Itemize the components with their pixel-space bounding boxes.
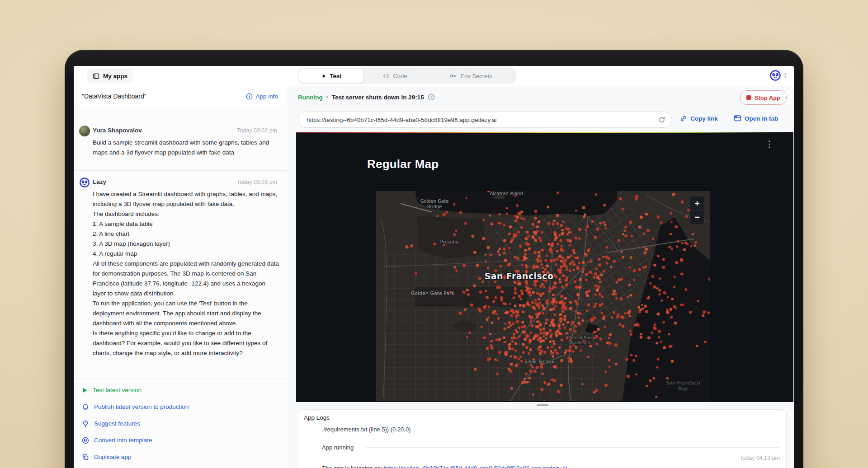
overflow-menu-button[interactable]: ⋮ (764, 138, 775, 150)
chat-sidebar: "DataVista Dashboard" App info Yura Shap… (74, 86, 288, 468)
top-bar: My apps Test Code Env Secrets (74, 66, 794, 86)
account-menu[interactable] (769, 70, 788, 81)
map-zoom-control: + − (690, 197, 704, 224)
sidebar-layout-icon (93, 73, 99, 79)
info-icon (246, 93, 253, 100)
play-icon (321, 74, 326, 79)
message-body: Build a sample streamlit dashboard with … (93, 138, 279, 158)
action-label: Duplicate app (94, 454, 132, 460)
tab-code-label: Code (393, 73, 407, 80)
action-label: Convert into template (94, 437, 152, 444)
tab-code[interactable]: Code (363, 69, 427, 83)
message-body: I have created a Streamlit dashboard wit… (93, 189, 279, 358)
running-status: Running (298, 94, 323, 101)
map-label: Golden Gate Park (411, 290, 455, 296)
preview-section-title: Regular Map (367, 157, 439, 171)
message-timestamp: Today 03:02 pm (237, 127, 277, 134)
log-listening-prefix: The app is listening on: (322, 465, 384, 468)
my-apps-button[interactable]: My apps (87, 69, 133, 83)
stop-app-button[interactable]: Stop App (740, 90, 787, 105)
app-preview-frame: ⋮ Regular Map (296, 132, 793, 402)
lazy-sloth-avatar (769, 70, 781, 81)
log-line-listening: The app is listening on: https://testing… (322, 465, 567, 468)
url-row: https://testing--6b40b71c-f65d-44d9-aba0… (287, 108, 794, 131)
code-icon (383, 73, 389, 79)
app-info-label: App info (255, 93, 278, 100)
message-divider (74, 170, 287, 171)
regular-map[interactable]: Alcatraz IslandGolden GateBridgePresidio… (376, 191, 710, 401)
play-icon (82, 387, 88, 393)
app-window: My apps Test Code Env Secrets "DataVista… (74, 66, 794, 468)
app-url-link[interactable]: https://testing--6b40b71c-f65d-44d9-aba0… (384, 465, 567, 468)
svg-text:?: ? (430, 95, 432, 99)
zoom-in-button[interactable]: + (690, 197, 704, 211)
chat-message-user: Yura Shapovalov Today 03:02 pm Build a s… (74, 126, 287, 168)
laptop-frame: My apps Test Code Env Secrets "DataVista… (65, 50, 803, 468)
app-title-bar: "DataVista Dashboard" App info (74, 86, 287, 107)
stop-app-label: Stop App (755, 94, 780, 101)
message-timestamp: Today 03:03 pm (237, 179, 277, 185)
user-avatar (79, 126, 90, 136)
refresh-icon[interactable] (658, 116, 665, 123)
status-row: Running • Test server shuts down in 29:1… (287, 86, 794, 108)
chevron-up-down-icon (783, 72, 788, 79)
tab-env-secrets[interactable]: Env Secrets (427, 69, 515, 83)
open-in-tab-label: Open in tab (745, 115, 778, 122)
map-label: San Francisco (485, 271, 554, 281)
app-actions: Test latest version Publish latest versi… (74, 382, 287, 465)
app-info-button[interactable]: App info (246, 93, 278, 100)
shutdown-timer-text: Test server shuts down in 29:15 (332, 94, 424, 101)
tab-test[interactable]: Test (299, 69, 363, 83)
tab-test-label: Test (330, 73, 342, 80)
action-label: Publish latest version to production (94, 403, 189, 410)
log-line-app-running: App running (322, 444, 354, 451)
mode-tabs: Test Code Env Secrets (298, 68, 516, 84)
message-author: Yura Shapovalov (93, 127, 142, 134)
browser-tab-icon (734, 115, 741, 122)
open-in-tab-button[interactable]: Open in tab (734, 115, 778, 122)
map-label: Alcatraz Island (490, 191, 523, 196)
map-label: Port of SanFrancisco (568, 335, 592, 345)
message-author: Lazy (93, 178, 106, 185)
app-url-field[interactable]: https://testing--6b40b71c-f65d-44d9-aba0… (298, 112, 672, 128)
status-separator: • (326, 94, 328, 100)
lightbulb-icon (82, 420, 89, 427)
lazy-avatar (79, 177, 90, 188)
my-apps-label: My apps (103, 73, 127, 80)
convert-into-template-button[interactable]: Convert into template (74, 432, 287, 449)
app-title: "DataVista Dashboard" (82, 93, 146, 100)
app-logs-card: App Logs ./requirements.txt (line 5)) (0… (298, 409, 787, 468)
duplicate-app-button[interactable]: Duplicate app (74, 449, 287, 465)
sloth-icon (82, 437, 89, 444)
suggest-features-button[interactable]: Suggest features (74, 415, 287, 432)
copy-link-button[interactable]: Copy link (679, 115, 718, 122)
help-icon[interactable]: ? (428, 94, 435, 101)
test-latest-version-button[interactable]: Test latest version (74, 382, 287, 398)
test-panel: Running • Test server shuts down in 29:1… (287, 86, 794, 468)
action-label: Test latest version (93, 387, 142, 393)
bell-icon (82, 403, 89, 411)
actions-divider (74, 379, 287, 379)
copy-link-label: Copy link (690, 115, 718, 122)
map-canvas: Alcatraz IslandGolden GateBridgePresidio… (376, 191, 710, 401)
chat-message-assistant: Lazy Today 03:03 pm I have created a Str… (74, 177, 287, 371)
panel-resize-handle[interactable] (537, 404, 548, 406)
zoom-out-button[interactable]: − (690, 211, 704, 224)
map-label: Silver Terrace (525, 359, 554, 364)
log-timestamp: Today 04:13 pm (740, 455, 780, 461)
tab-env-secrets-label: Env Secrets (460, 73, 492, 80)
stop-icon (746, 95, 751, 100)
publish-to-production-button[interactable]: Publish latest version to production (74, 398, 287, 415)
streamlit-decoration-bar (296, 132, 793, 133)
map-label: Presidio (440, 239, 458, 244)
log-line-requirements: ./requirements.txt (line 5)) (0.20.0) (322, 426, 411, 433)
app-logs-header: App Logs (304, 414, 330, 421)
copy-icon (82, 454, 89, 461)
log-divider (366, 447, 780, 448)
action-label: Suggest features (94, 420, 140, 427)
key-icon (450, 73, 457, 79)
app-url-text: https://testing--6b40b71c-f65d-44d9-aba0… (307, 117, 658, 123)
link-icon (679, 115, 687, 122)
